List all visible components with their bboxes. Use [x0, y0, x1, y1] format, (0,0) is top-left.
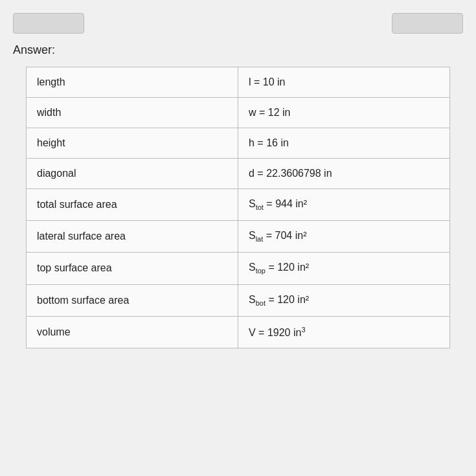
top-right-input[interactable]: [392, 13, 463, 34]
row-label: bottom surface area: [27, 284, 238, 316]
row-label: total surface area: [27, 189, 238, 221]
row-formula: Stot = 944 in²: [238, 189, 450, 221]
table-row: top surface areaStop = 120 in²: [27, 253, 450, 284]
table-row: lengthl = 10 in: [27, 67, 450, 98]
row-label: diagonal: [27, 159, 238, 189]
row-formula: Slat = 704 in²: [238, 221, 450, 253]
row-label: top surface area: [27, 253, 238, 284]
table-row: bottom surface areaSbot = 120 in²: [27, 284, 450, 316]
table-row: heighth = 16 in: [27, 128, 450, 159]
row-formula: w = 12 in: [238, 98, 450, 128]
results-table: lengthl = 10 inwidthw = 12 inheighth = 1…: [26, 67, 450, 348]
row-label: height: [27, 128, 238, 159]
answer-label: Answer:: [0, 43, 476, 67]
table-row: widthw = 12 in: [27, 98, 450, 128]
top-bar: [0, 13, 476, 43]
row-formula: h = 16 in: [238, 128, 450, 159]
table-row: total surface areaStot = 944 in²: [27, 189, 450, 221]
table-row: diagonald = 22.3606798 in: [27, 159, 450, 189]
results-table-wrapper: lengthl = 10 inwidthw = 12 inheighth = 1…: [0, 67, 476, 348]
row-formula: l = 10 in: [238, 67, 450, 98]
row-label: volume: [27, 316, 238, 348]
row-formula: d = 22.3606798 in: [238, 159, 450, 189]
table-row: lateral surface areaSlat = 704 in²: [27, 221, 450, 253]
top-left-input[interactable]: [13, 13, 84, 34]
table-row: volumeV = 1920 in3: [27, 316, 450, 348]
row-formula: Sbot = 120 in²: [238, 284, 450, 316]
row-label: length: [27, 67, 238, 98]
row-formula: Stop = 120 in²: [238, 253, 450, 284]
row-formula: V = 1920 in3: [238, 316, 450, 348]
row-label: width: [27, 98, 238, 128]
row-label: lateral surface area: [27, 221, 238, 253]
